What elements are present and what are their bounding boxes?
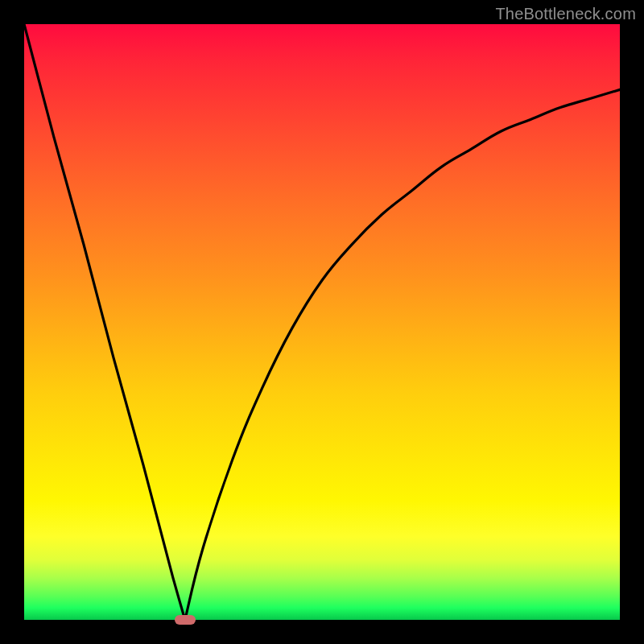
watermark-text: TheBottleneck.com <box>495 5 636 23</box>
optimal-point-marker <box>175 615 196 625</box>
bottleneck-curve <box>24 24 620 620</box>
curve-path <box>24 24 620 620</box>
plot-area <box>24 24 620 620</box>
chart-frame: TheBottleneck.com <box>0 0 644 644</box>
